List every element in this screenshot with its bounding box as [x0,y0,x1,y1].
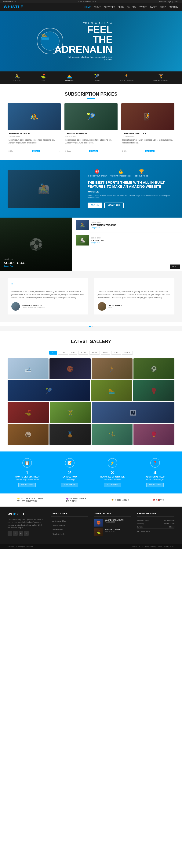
filter-all[interactable]: ALL [49,351,57,354]
swimming-label: SWIMMING [65,80,74,82]
dot-2[interactable] [92,326,93,328]
feature-3-btn[interactable]: YOUTH MORE [104,483,121,487]
social-pinterest[interactable]: p [24,531,29,536]
gallery-item-12[interactable]: 🏅 [49,424,90,445]
card-2-arrow[interactable]: › [116,150,117,152]
gallery-item-7[interactable]: 🥊 [133,380,175,401]
filter-enjoy[interactable]: ENJOY [122,351,133,354]
testimonial-2-info: JULIE AMBER Actor [108,304,122,309]
card-3-text: Nunc at sapien at sapien commodo luctus.… [122,138,174,144]
social-google[interactable]: g+ [19,531,23,536]
sport-golf[interactable]: ⛳ GOLF [41,74,46,82]
feature-1-desc: Lorem set pages. Lorem is here. [8,479,46,481]
gallery-item-10[interactable]: 👨‍👩‍👧 [92,402,174,423]
footer-links-list: Membership Offers Training Schedule Expe… [51,519,88,535]
feature-4-btn[interactable]: YOUTH MORE [146,483,163,487]
feature-2-btn[interactable]: YOUTH MORE [61,483,78,487]
footer-link-4-anchor[interactable]: Friends & Family [51,533,65,535]
testimonial-1-name: JENNIFER ANISTON [22,304,45,307]
view-plans-button[interactable]: VIEW PLANS [104,203,123,208]
footer-nav-privacy[interactable]: Privacy Policy [164,546,174,548]
feature-3: ⚡ 3 FEATURES OF WHISTLE See what we can … [93,458,132,487]
news-section: ⚽ 28 Feb 2020 SCORE GOAL Google Plus 🚴 2… [0,218,182,271]
footer-link-3[interactable]: Expert Trainers [51,528,88,531]
filter-fun[interactable]: FUN [69,351,77,354]
news-main-title: SCORE GOAL [4,261,27,265]
footer-link-2-anchor[interactable]: Training Schedule [51,524,66,526]
gallery-item-9[interactable]: 🏋 [50,402,91,423]
footer-nav-store[interactable]: Store [158,546,162,548]
cycling-icon: 🚴 [15,74,20,79]
gallery-item-5[interactable]: 🎾 [8,380,90,401]
gallery-item-2[interactable]: 🏀 [49,359,90,379]
footer-nav-gallery[interactable]: Gallery [150,546,156,548]
footer-link-4[interactable]: Friends & Family [51,532,88,535]
sport-tennis[interactable]: 🎾 TENNIS [94,74,100,82]
nav-events[interactable]: Events [139,6,147,8]
nav-gallery[interactable]: Gallery [126,6,136,8]
nav-about[interactable]: About [94,6,101,8]
feature-1-btn[interactable]: YOUTH MORE [19,483,36,487]
sport-cycling[interactable]: 🚴 CYCLING [13,74,21,82]
footer-nav-blog[interactable]: Blog [145,546,149,548]
dot-1[interactable] [89,326,90,328]
top-bar-left: Woocommerce [3,1,15,3]
sport-swimming[interactable]: 🏊 SWIMMING [65,74,74,82]
footer-link-3-anchor[interactable]: Expert Trainers [51,529,64,531]
news-main-content: 28 Feb 2020 SCORE GOAL Google Plus [4,258,27,267]
filter-blog[interactable]: BLOG [101,351,110,354]
testimonial-2-role: Actor [108,307,122,309]
footer-post-1: 🏀 BASKETBALL TEAM Feb 28, 2020 [94,519,132,527]
footer-link-1-anchor[interactable]: Membership Offers [51,520,66,522]
feature-2: 📝 2 ENROLL NOW Just set it up! YOUTH MOR… [50,458,89,487]
gallery-item-11[interactable]: 🥋 [8,424,48,445]
social-twitter[interactable]: t [13,531,17,536]
promo-icon-train[interactable]: 💪 TRAIN PROFESSIONALLY [111,169,132,177]
gallery-item-1[interactable]: 🎿 [8,359,48,379]
sport-track[interactable]: 🏃 TRACK TRAINING [119,74,134,82]
card-3-arrow[interactable]: › [173,150,174,152]
news-cat-1: Google Plus [91,227,178,228]
join-us-button[interactable]: JOIN US [87,203,102,208]
filter-relay[interactable]: RELAY [89,351,100,354]
social-facebook[interactable]: f [8,531,12,536]
filter-slick[interactable]: SLICK [111,351,121,354]
gallery-item-8[interactable]: ⛳ [8,402,49,423]
nav-enquiry[interactable]: Enquiry [169,6,178,8]
filter-blow[interactable]: BLOW [78,351,88,354]
main-nav: WHISTLE Home About Activities Blog Galle… [0,3,182,11]
nav-activities[interactable]: Activities [104,6,115,8]
hours-day-1: Monday - Friday [137,520,149,521]
nav-shop[interactable]: Shop [160,6,166,8]
footer-link-1[interactable]: Membership Offers [51,519,88,522]
footer-nav-home[interactable]: Home [132,546,137,548]
subscription-section: SUBSCRIPTION PRICES 🤼 SWIMMING COACH Tra… [0,84,182,160]
cart-link[interactable]: Cart 0 [174,1,179,3]
member-login-link[interactable]: Member Login [159,1,171,3]
gallery-row-2: 🎾 🏊 🥊 [8,380,174,401]
nav-blog[interactable]: Blog [118,6,124,8]
gallery-item-3[interactable]: 🏃 [92,359,133,379]
footer-nav-about[interactable]: About [139,546,143,548]
news-next-button[interactable]: NEXT [170,265,180,269]
promo-icon-sport[interactable]: 🎯 CHOOSE YOUR SPORT [87,169,107,177]
gallery-item-6[interactable]: 🏊 [91,380,132,401]
feature-3-num: 3 [93,469,132,475]
footer-logo-i: I [14,512,15,516]
promo-icon-pro[interactable]: 🏆 BECOME A PRO [135,169,148,177]
nav-pages[interactable]: Pages [150,6,157,8]
feature-2-icon-box: 📝 [65,458,74,468]
nav-home[interactable]: Home [84,6,91,8]
gallery-item-14[interactable]: 🥊 [134,424,174,445]
feature-4-title: ADDITIONAL HELP [136,475,174,478]
filter-cool[interactable]: COOL [58,351,68,354]
footer-bottom-nav: Home About Blog Gallery Store Privacy Po… [132,546,174,548]
news-nav: NEXT [72,262,182,271]
sport-weight[interactable]: 🏋 WEIGHT TRAINING [153,74,169,82]
gallery-item-13[interactable]: 🤸 [92,424,133,445]
footer-link-2[interactable]: Training Schedule [51,523,88,527]
subscription-card-3: 🧗 TREKKING PRACTICE Top Guaranteed Nunc … [121,103,174,154]
card-1-arrow[interactable]: › [59,150,60,152]
gallery-item-4[interactable]: ⚽ [134,359,174,379]
card-1-footer: $ 8/hr 16 h/wk › [8,148,61,154]
